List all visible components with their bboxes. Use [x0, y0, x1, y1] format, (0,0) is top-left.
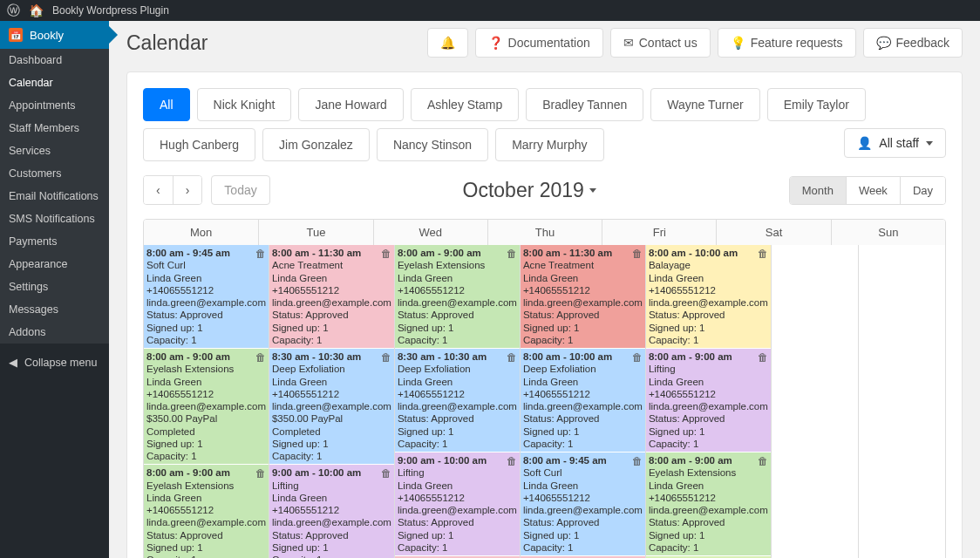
calendar-event[interactable]: 🗑8:00 am - 9:45 amSoft CurlLinda Green+1… — [521, 453, 645, 556]
calendar-event[interactable]: 🗑8:00 am - 10:00 amBalayageLinda Green+1… — [646, 245, 771, 349]
event-phone: +14065551212 — [649, 388, 768, 400]
staff-tab-marry-murphy[interactable]: Marry Murphy — [495, 128, 603, 161]
calendar-event[interactable]: 🗑8:30 am - 10:30 amDeep ExfoliationLinda… — [269, 349, 394, 465]
staff-tab-nancy-stinson[interactable]: Nancy Stinson — [377, 128, 488, 161]
calendar-event[interactable]: 🗑8:00 am - 11:30 amAcne TreatmentLinda G… — [269, 245, 394, 349]
home-icon[interactable]: 🏠 — [29, 3, 44, 17]
staff-tab-ashley-stamp[interactable]: Ashley Stamp — [411, 88, 519, 121]
sidebar-item-dashboard[interactable]: Dashboard — [0, 49, 109, 71]
sidebar-item-appointments[interactable]: Appointments — [0, 94, 109, 117]
sidebar-item-customers[interactable]: Customers — [0, 162, 109, 185]
event-capacity: Capacity: 1 — [523, 541, 643, 554]
wordpress-icon[interactable]: ⓦ — [7, 3, 20, 19]
event-phone: +14065551212 — [398, 388, 517, 400]
staff-tabs: All Nick Knight Jane Howard Ashley Stamp… — [143, 88, 946, 161]
delete-icon[interactable]: 🗑 — [255, 467, 266, 480]
sidebar-item-addons[interactable]: Addons — [0, 321, 109, 344]
event-status: $350.00 PayPal Completed — [146, 412, 266, 438]
calendar-col-thu[interactable]: 🗑8:00 am - 11:30 amAcne TreatmentLinda G… — [520, 245, 645, 558]
calendar-event[interactable]: 🗑8:00 am - 9:00 amEyelash ExtensionsLind… — [646, 453, 771, 556]
sidebar-item-staff-members[interactable]: Staff Members — [0, 117, 109, 140]
calendar-col-sun[interactable] — [858, 245, 945, 558]
delete-icon[interactable]: 🗑 — [381, 467, 391, 480]
staff-tab-jane-howard[interactable]: Jane Howard — [298, 88, 404, 121]
delete-icon[interactable]: 🗑 — [758, 455, 768, 468]
prev-button[interactable]: ‹ — [144, 176, 173, 204]
site-name[interactable]: Bookly Wordpress Plugin — [52, 4, 169, 17]
next-button[interactable]: › — [173, 176, 202, 204]
day-header-thu: Thu — [487, 220, 602, 245]
staff-tab-bradley-tannen[interactable]: Bradley Tannen — [526, 88, 643, 121]
sidebar-submenu: Dashboard Calendar Appointments Staff Me… — [0, 49, 109, 344]
calendar-event[interactable]: 🗑8:00 am - 9:45 amSoft CurlLinda Green+1… — [144, 245, 269, 349]
calendar-title[interactable]: October 2019 — [463, 179, 596, 202]
sidebar-item-sms-notifications[interactable]: SMS Notifications — [0, 208, 109, 230]
delete-icon[interactable]: 🗑 — [255, 248, 266, 261]
calendar-event[interactable]: 🗑9:00 am - 10:00 amLiftingLinda Green+14… — [269, 465, 394, 558]
delete-icon[interactable]: 🗑 — [381, 351, 391, 364]
documentation-button[interactable]: ❓Documentation — [475, 28, 603, 58]
calendar-event[interactable]: 🗑8:00 am - 9:00 amEyelash ExtensionsLind… — [144, 465, 269, 558]
delete-icon[interactable]: 🗑 — [632, 248, 643, 261]
today-button[interactable]: Today — [211, 175, 269, 205]
notifications-button[interactable]: 🔔 — [427, 28, 468, 58]
delete-icon[interactable]: 🗑 — [632, 351, 643, 364]
sidebar-item-payments[interactable]: Payments — [0, 230, 109, 253]
sidebar-item-settings[interactable]: Settings — [0, 276, 109, 298]
calendar-event[interactable]: 🗑8:00 am - 9:00 amEyelash ExtensionsLind… — [144, 349, 269, 465]
collapse-menu[interactable]: ◀ Collapse menu — [0, 347, 109, 378]
staff-tab-nick-knight[interactable]: Nick Knight — [197, 88, 292, 121]
calendar-event[interactable]: 🗑8:30 am - 10:30 amDeep ExfoliationLinda… — [395, 349, 520, 453]
sidebar-item-services[interactable]: Services — [0, 140, 109, 162]
sidebar-item-email-notifications[interactable]: Email Notifications — [0, 185, 109, 208]
sidebar-item-messages[interactable]: Messages — [0, 298, 109, 321]
sidebar-main-bookly[interactable]: 📅 Bookly — [0, 21, 109, 49]
calendar-col-tue[interactable]: 🗑8:00 am - 11:30 amAcne TreatmentLinda G… — [269, 245, 394, 558]
delete-icon[interactable]: 🗑 — [507, 351, 517, 364]
feature-requests-button[interactable]: 💡Feature requests — [718, 28, 856, 58]
calendar-event[interactable]: 🗑9:00 am - 10:00 amLiftingLinda Green+14… — [395, 453, 520, 556]
delete-icon[interactable]: 🗑 — [507, 248, 517, 261]
feedback-label: Feedback — [896, 36, 949, 50]
calendar-event[interactable]: 🗑8:00 am - 9:00 amEyelash ExtensionsLind… — [395, 245, 520, 349]
feedback-button[interactable]: 💬Feedback — [863, 28, 963, 58]
event-status: Status: Approved — [523, 412, 643, 425]
calendar-col-sat[interactable] — [771, 245, 858, 558]
event-time: 8:00 am - 9:00 am — [649, 350, 768, 363]
delete-icon[interactable]: 🗑 — [758, 248, 768, 261]
main-content: Calendar 🔔 ❓Documentation ✉Contact us 💡F… — [109, 21, 980, 558]
staff-tab-jim-gonzalez[interactable]: Jim Gonzalez — [262, 128, 370, 161]
staff-tab-wayne-turner[interactable]: Wayne Turner — [650, 88, 759, 121]
event-phone: +14065551212 — [146, 504, 266, 516]
event-signed: Signed up: 1 — [146, 541, 266, 554]
event-customer: Linda Green — [272, 492, 391, 504]
calendar-col-mon[interactable]: 🗑8:00 am - 9:45 amSoft CurlLinda Green+1… — [144, 245, 269, 558]
delete-icon[interactable]: 🗑 — [758, 351, 768, 364]
sidebar-item-appearance[interactable]: Appearance — [0, 253, 109, 276]
sidebar-item-calendar[interactable]: Calendar — [0, 71, 109, 94]
calendar-card: All Nick Knight Jane Howard Ashley Stamp… — [126, 71, 963, 558]
calendar-col-fri[interactable]: 🗑8:00 am - 10:00 amBalayageLinda Green+1… — [645, 245, 771, 558]
delete-icon[interactable]: 🗑 — [255, 351, 266, 364]
event-status: Status: Approved — [649, 516, 768, 528]
header-buttons: 🔔 ❓Documentation ✉Contact us 💡Feature re… — [427, 28, 963, 58]
calendar-event[interactable]: 🗑8:00 am - 11:30 amAcne TreatmentLinda G… — [521, 245, 645, 349]
event-status: Status: Approved — [398, 412, 517, 425]
event-time: 8:30 am - 10:30 am — [398, 350, 517, 363]
staff-tab-emily-taylor[interactable]: Emily Taylor — [767, 88, 866, 121]
contact-button[interactable]: ✉Contact us — [610, 28, 711, 58]
staff-tab-all[interactable]: All — [143, 88, 190, 121]
delete-icon[interactable]: 🗑 — [507, 455, 517, 468]
calendar-event[interactable]: 🗑8:00 am - 9:00 amLiftingLinda Green+140… — [646, 349, 771, 453]
delete-icon[interactable]: 🗑 — [632, 455, 643, 468]
delete-icon[interactable]: 🗑 — [381, 248, 391, 261]
view-week-button[interactable]: Week — [846, 177, 900, 204]
calendar-col-wed[interactable]: 🗑8:00 am - 9:00 amEyelash ExtensionsLind… — [394, 245, 520, 558]
event-time: 8:00 am - 9:45 am — [146, 247, 266, 259]
view-month-button[interactable]: Month — [790, 177, 846, 204]
view-day-button[interactable]: Day — [900, 177, 945, 204]
event-capacity: Capacity: 1 — [398, 334, 517, 346]
staff-tab-hugh-canberg[interactable]: Hugh Canberg — [143, 128, 255, 161]
calendar-event[interactable]: 🗑8:00 am - 10:00 amDeep ExfoliationLinda… — [521, 349, 645, 453]
staff-dropdown[interactable]: 👤 All staff — [844, 128, 946, 158]
